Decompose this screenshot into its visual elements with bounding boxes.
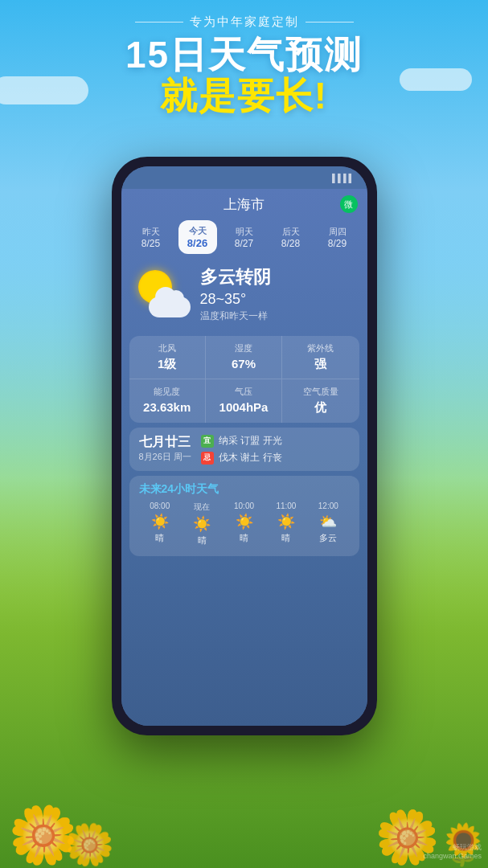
future-weather-title: 未来24小时天气 — [139, 482, 350, 497]
city-name: 上海市 — [223, 197, 265, 212]
stat-uv-label: 紫外线 — [290, 342, 351, 354]
stat-air-label: 空气质量 — [290, 386, 351, 398]
watermark: 畅玩游戏 changwan.Games — [423, 843, 482, 862]
tab-yesterday-label: 昨天 — [138, 226, 164, 238]
stat-air-quality: 空气质量 优 — [282, 379, 359, 423]
good-row: 宜 纳采 订盟 开光 — [201, 434, 350, 448]
stat-uv: 紫外线 强 — [282, 336, 359, 379]
hour-weather-3: 晴 — [265, 532, 307, 544]
phone-screen: ▐▐▐ ▌ 上海市 微 昨天 8/25 今天 8/26 — [121, 166, 367, 726]
stat-humidity-value: 67% — [214, 357, 273, 371]
hour-col-0: 08:00 ☀️ 晴 — [139, 502, 181, 550]
hour-time-1: 现在 — [181, 502, 223, 513]
stats-grid: 北风 1级 湿度 67% 紫外线 强 能见度 23.63km 气压 1004 — [129, 336, 359, 423]
bad-badge: 忌 — [201, 452, 214, 465]
tab-yesterday-date: 8/25 — [138, 238, 164, 249]
hour-time-2: 10:00 — [223, 502, 265, 510]
hour-weather-2: 晴 — [223, 532, 265, 544]
status-bar: ▐▐▐ ▌ — [121, 166, 367, 189]
hour-weather-1: 晴 — [181, 534, 223, 547]
subtitle-line-left — [135, 22, 183, 23]
hour-icon-0: ☀️ — [139, 513, 181, 530]
dandelion-2: 🌼 — [64, 821, 114, 868]
bad-row: 忌 伐木 谢土 行丧 — [201, 451, 350, 465]
bad-items: 伐木 谢土 行丧 — [219, 451, 282, 465]
lunar-day: 七月廿三 — [139, 434, 191, 451]
hour-col-1: 现在 ☀️ 晴 — [181, 502, 223, 550]
tab-today-date: 8/26 — [187, 237, 209, 249]
good-items: 纳采 订盟 开光 — [219, 434, 282, 448]
wechat-icon[interactable]: 微 — [340, 195, 358, 213]
temperature-range: 28~35° — [200, 291, 355, 308]
tab-tomorrow[interactable]: 明天 8/27 — [225, 223, 264, 252]
tab-today[interactable]: 今天 8/26 — [178, 220, 217, 254]
watermark-line2: changwan.Games — [423, 852, 482, 862]
tab-yesterday[interactable]: 昨天 8/25 — [132, 223, 170, 252]
subtitle-line-right — [306, 22, 354, 23]
good-badge: 宜 — [201, 435, 214, 448]
stat-visibility-value: 23.63km — [137, 400, 197, 414]
hour-col-3: 11:00 ☀️ 晴 — [265, 502, 307, 550]
weather-app: 上海市 微 昨天 8/25 今天 8/26 明天 8/27 — [121, 189, 367, 726]
future-weather: 未来24小时天气 08:00 ☀️ 晴 现在 ☀️ 晴 10:00 ☀️ — [129, 476, 359, 556]
solar-date: 8月26日 周一 — [139, 451, 191, 463]
calendar-section: 七月廿三 8月26日 周一 宜 纳采 订盟 开光 忌 伐木 谢土 行丧 — [129, 428, 359, 471]
stat-humidity: 湿度 67% — [206, 336, 282, 379]
tab-day-after[interactable]: 后天 8/28 — [272, 223, 310, 252]
cloud-icon — [149, 297, 191, 317]
hour-col-4: 12:00 ⛅ 多云 — [307, 502, 349, 550]
lunar-date-col: 七月廿三 8月26日 周一 — [139, 434, 191, 463]
status-icons: ▐▐▐ ▌ — [329, 174, 354, 182]
hour-time-4: 12:00 — [307, 502, 349, 510]
weather-icon-area — [134, 266, 191, 322]
stat-wind: 北风 1级 — [129, 336, 206, 379]
hour-weather-4: 多云 — [307, 532, 349, 544]
phone-frame: ▐▐▐ ▌ 上海市 微 昨天 8/25 今天 8/26 — [112, 157, 377, 735]
stat-pressure-label: 气压 — [214, 386, 273, 398]
stat-wind-label: 北风 — [137, 342, 197, 354]
stat-pressure: 气压 1004hPa — [206, 379, 282, 423]
hour-col-2: 10:00 ☀️ 晴 — [223, 502, 265, 550]
top-section: 专为中年家庭定制 15日天气预测 就是要长! — [0, 14, 488, 116]
tab-tomorrow-date: 8/27 — [232, 238, 257, 249]
stat-wind-value: 1级 — [137, 357, 197, 372]
hour-icon-2: ☀️ — [223, 513, 265, 530]
subtitle-text: 专为中年家庭定制 — [190, 14, 299, 30]
tab-thursday-label: 周四 — [325, 226, 351, 238]
weather-info: 多云转阴 28~35° 温度和昨天一样 — [200, 265, 355, 323]
stat-visibility-label: 能见度 — [137, 386, 197, 398]
hour-time-0: 08:00 — [139, 502, 181, 510]
stat-air-value: 优 — [290, 400, 351, 416]
auspicious-col: 宜 纳采 订盟 开光 忌 伐木 谢土 行丧 — [201, 434, 350, 465]
tab-day-after-date: 8/28 — [278, 238, 304, 249]
temperature-note: 温度和昨天一样 — [200, 309, 355, 323]
weather-description: 多云转阴 — [200, 265, 355, 289]
hour-weather-0: 晴 — [139, 532, 181, 544]
tab-thursday[interactable]: 周四 8/29 — [318, 223, 357, 252]
main-title-1: 15日天气预测 — [0, 35, 488, 76]
tab-tomorrow-label: 明天 — [232, 226, 257, 238]
hour-time-3: 11:00 — [265, 502, 307, 510]
main-title-2: 就是要长! — [0, 76, 488, 117]
stat-uv-value: 强 — [290, 357, 351, 372]
hour-icon-3: ☀️ — [265, 513, 307, 530]
city-header: 上海市 微 — [121, 189, 367, 217]
hour-icon-1: ☀️ — [181, 515, 223, 533]
stat-pressure-value: 1004hPa — [214, 400, 273, 414]
stat-visibility: 能见度 23.63km — [129, 379, 206, 423]
weather-main: 多云转阴 28~35° 温度和昨天一样 — [121, 257, 367, 331]
hour-icon-4: ⛅ — [307, 513, 349, 530]
tab-day-after-label: 后天 — [278, 226, 304, 238]
future-hours: 08:00 ☀️ 晴 现在 ☀️ 晴 10:00 ☀️ 晴 — [139, 502, 350, 550]
tab-today-label: 今天 — [187, 225, 209, 237]
day-tabs: 昨天 8/25 今天 8/26 明天 8/27 后天 8/28 周四 8/2 — [121, 217, 367, 257]
stat-humidity-label: 湿度 — [214, 342, 273, 354]
subtitle-line: 专为中年家庭定制 — [0, 14, 488, 30]
watermark-line1: 畅玩游戏 — [423, 843, 482, 853]
tab-thursday-date: 8/29 — [325, 238, 351, 249]
